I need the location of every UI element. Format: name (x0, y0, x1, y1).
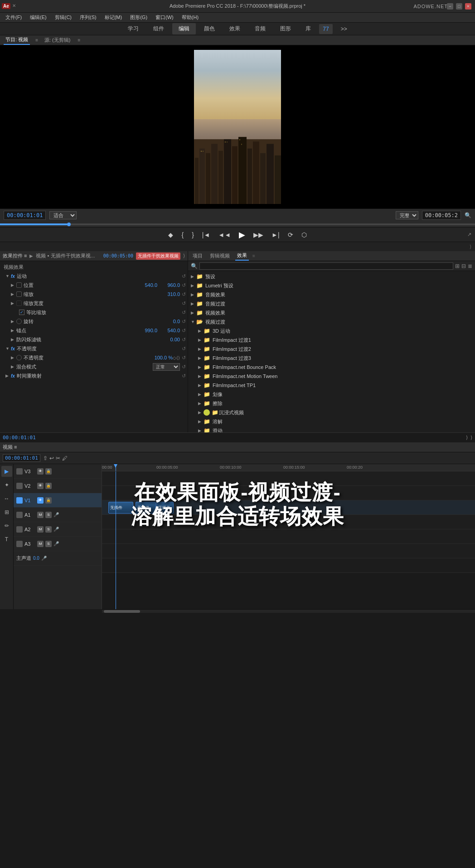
track-v1-lock[interactable]: 🔒 (45, 497, 52, 504)
ec-expand-blend[interactable]: ▶ (11, 364, 16, 369)
track-a1-solo[interactable]: S (45, 512, 52, 518)
tl-tool-zoom[interactable]: ⊞ (1, 507, 12, 518)
tl-tool-select[interactable]: ▶ (1, 466, 12, 477)
ec-reset-antiflicker[interactable]: ↺ (182, 337, 186, 343)
ec-expand-antiflicker[interactable]: ▶ (11, 337, 16, 342)
track-v2-lock[interactable]: 🔒 (45, 483, 52, 489)
ws-tab-library[interactable]: 库 (299, 23, 317, 34)
ep-item-lumetri[interactable]: ▶ 📁 Lumetri 预设 (188, 281, 475, 290)
ws-tab-num[interactable]: 77 (319, 24, 332, 34)
ep-item-filmimpact-motion[interactable]: ▶ 📁 FilmImpact.net Motion Tween (188, 372, 475, 381)
tl-btn-scissors[interactable]: ✂ (56, 455, 60, 461)
btn-safe-margin[interactable]: ⬡ (300, 230, 309, 239)
ec-reset-scale[interactable]: ↺ (182, 291, 186, 297)
ec-reset-rotation[interactable]: ↺ (182, 319, 186, 325)
track-v2-toggle[interactable] (16, 483, 23, 489)
track-a2-mic[interactable]: 🎤 (53, 527, 59, 532)
ep-item-preset[interactable]: ▶ 📁 预设 (188, 272, 475, 281)
ec-reset-time-remap[interactable]: ↺ (182, 373, 186, 379)
ep-menu-icon[interactable]: ≡ (252, 253, 255, 258)
btn-play[interactable]: ▶ (237, 229, 247, 241)
ep-item-audio-effects[interactable]: ▶ 📁 音频效果 (188, 290, 475, 299)
menu-window[interactable]: 窗口(W) (152, 13, 177, 22)
ec-reset-scale-width[interactable]: ↺ (182, 301, 186, 306)
ep-item-3d-motion[interactable]: ▶ 📁 3D 运动 (188, 326, 475, 335)
ep-item-dissolve[interactable]: ▶ 📁 溶解 (188, 417, 475, 426)
track-a2-toggle[interactable] (16, 526, 23, 533)
tl-tool-hand[interactable]: ↔ (1, 493, 12, 504)
fit-dropdown[interactable]: 适合 (49, 211, 77, 219)
tl-tool-razor[interactable]: ✦ (1, 480, 12, 490)
bt-icon-2[interactable]: ⟩ (470, 435, 472, 441)
ep-item-filmimpact1[interactable]: ▶ 📁 FilmImpact 过渡1 (188, 335, 475, 344)
bt-icon-1[interactable]: ⟩ (466, 435, 468, 441)
ec-keyframe-nav[interactable]: ⟨⟩ (176, 355, 180, 360)
btn-fast-fwd[interactable]: ▶▶ (252, 230, 265, 239)
ep-item-video-effects[interactable]: ▶ 📁 视频效果 (188, 308, 475, 317)
track-a3-solo[interactable]: S (45, 541, 52, 547)
track-v3-lock[interactable]: 🔒 (45, 468, 52, 475)
timeline-hscrollbar[interactable] (102, 609, 475, 613)
menu-clip[interactable]: 剪辑(C) (51, 13, 75, 22)
ec-value-rotation[interactable]: 0.0 (157, 319, 180, 324)
ec-expand-scale[interactable]: ▶ (11, 292, 16, 296)
ec-expand-scale-width[interactable]: ▶ (11, 301, 16, 305)
minimize-button[interactable]: − (447, 3, 453, 10)
btn-prev-edit[interactable]: |◄ (200, 230, 212, 239)
ep-item-audio-transitions[interactable]: ▶ 📁 音频过渡 (188, 299, 475, 308)
btn-rewind[interactable]: ◄◄ (216, 230, 233, 239)
blend-mode-select[interactable]: 正常 (153, 363, 180, 371)
ec-expand-rotation[interactable]: ▶ (11, 319, 16, 324)
btn-step-back[interactable]: { (179, 230, 185, 239)
zoom-icon[interactable]: 🔍 (465, 212, 471, 218)
menu-graphics[interactable]: 图形(G) (126, 13, 151, 22)
close-button[interactable]: ✕ (465, 3, 471, 10)
track-a1-mute[interactable]: M (37, 512, 44, 518)
ws-tab-effects[interactable]: 效果 (223, 23, 247, 34)
tl-btn-ripple[interactable]: ↩ (49, 455, 54, 461)
track-v2-eye[interactable]: 👁 (37, 483, 44, 489)
tl-tool-text[interactable]: T (1, 534, 12, 545)
tl-tool-pen[interactable]: ✏ (1, 520, 12, 531)
ec-expand-anchor[interactable]: ▶ (11, 328, 16, 333)
ep-item-erase[interactable]: ▶ 📁 擦除 (188, 399, 475, 408)
ep-item-wipe[interactable]: ▶ 📁 划像 (188, 390, 475, 399)
btn-loop[interactable]: ⟳ (286, 230, 295, 239)
quality-dropdown[interactable]: 完整 (396, 211, 418, 219)
ep-tab-project[interactable]: 项目 (191, 252, 204, 260)
maximize-button[interactable]: □ (456, 3, 462, 10)
track-v3-toggle[interactable] (16, 468, 23, 475)
ec-value-anchor-x[interactable]: 990.0 (135, 328, 157, 333)
effects-icon-1[interactable]: ⊞ (455, 263, 460, 269)
ec-expand-btn[interactable]: ⟩ (183, 253, 185, 259)
ws-tab-edit[interactable]: 编辑 (172, 23, 196, 34)
hscrollbar-thumb[interactable] (104, 610, 140, 613)
ec-expand-position[interactable]: ▶ (11, 283, 16, 287)
track-a1-toggle[interactable] (16, 512, 23, 518)
misc-icon-1[interactable]: ↗ (467, 232, 471, 238)
ep-item-filmimpact2[interactable]: ▶ 📁 FilmImpact 过渡2 (188, 344, 475, 354)
btn-mark-in[interactable]: ◆ (166, 230, 175, 239)
ep-item-filmimpact3[interactable]: ▶ 📁 FilmImpact 过渡3 (188, 354, 475, 363)
ep-item-slide[interactable]: ▶ 📁 滑动 (188, 426, 475, 432)
ec-reset-position[interactable]: ↺ (182, 282, 186, 288)
ep-tab-effects[interactable]: 效果 (235, 251, 249, 261)
ec-value-opacity[interactable]: 100.0 % (150, 355, 173, 360)
ec-value-antiflicker[interactable]: 0.00 (157, 337, 180, 342)
track-v1-toggle[interactable] (16, 497, 23, 504)
tl-btn-razor[interactable]: 🖊 (62, 455, 68, 461)
effects-icon-3[interactable]: ≣ (468, 263, 472, 269)
ec-value-position-y[interactable]: 960.0 (157, 282, 180, 288)
ec-value-scale[interactable]: 310.0 (157, 291, 180, 297)
effects-search-input[interactable] (199, 262, 453, 270)
track-a3-toggle[interactable] (16, 541, 23, 547)
ec-reset-anchor[interactable]: ↺ (182, 328, 186, 334)
btn-next-edit[interactable]: ►| (270, 230, 281, 239)
ep-item-filmimpact-bounce[interactable]: ▶ 📁 FilmImpact.net Bounce Pack (188, 363, 475, 372)
ws-tab-audio[interactable]: 音频 (248, 23, 272, 34)
preview-scrubber[interactable] (0, 221, 475, 228)
ec-reset-motion[interactable]: ↺ (182, 273, 186, 279)
track-a2-solo[interactable]: S (45, 526, 52, 533)
ws-tab-learn[interactable]: 学习 (121, 23, 145, 34)
ec-value-position-x[interactable]: 540.0 (135, 282, 157, 288)
